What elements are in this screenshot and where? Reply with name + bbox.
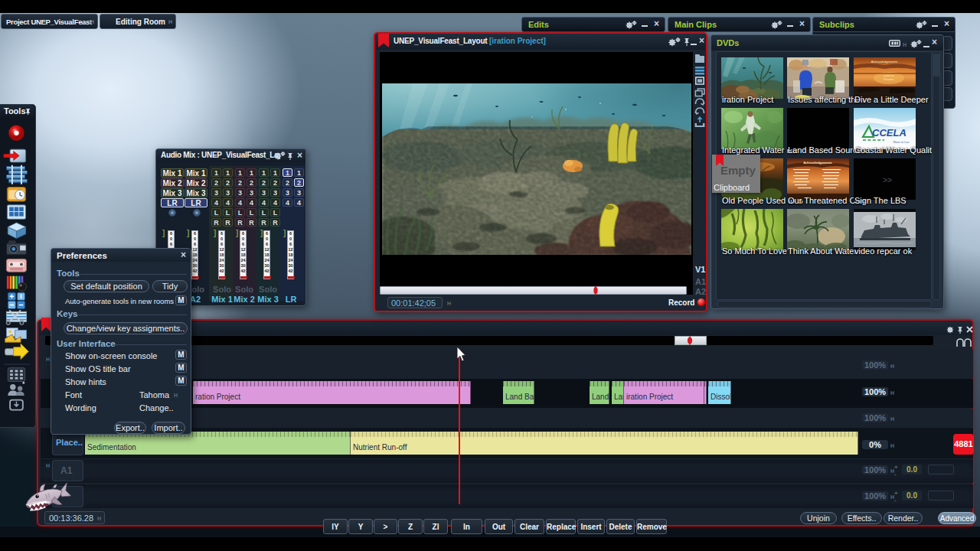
svg-text:Acknowledgements: Acknowledgements [803, 161, 832, 165]
svg-text:Panama: Panama [884, 78, 893, 81]
svg-text:Acknowledgements: Acknowledgements [871, 60, 898, 64]
svg-text:CCELA: CCELA [872, 127, 906, 139]
svg-text:come to: come to [884, 74, 894, 77]
svg-text:>>: >> [883, 176, 892, 184]
svg-text:Water to Live: Water to Live [893, 141, 909, 144]
